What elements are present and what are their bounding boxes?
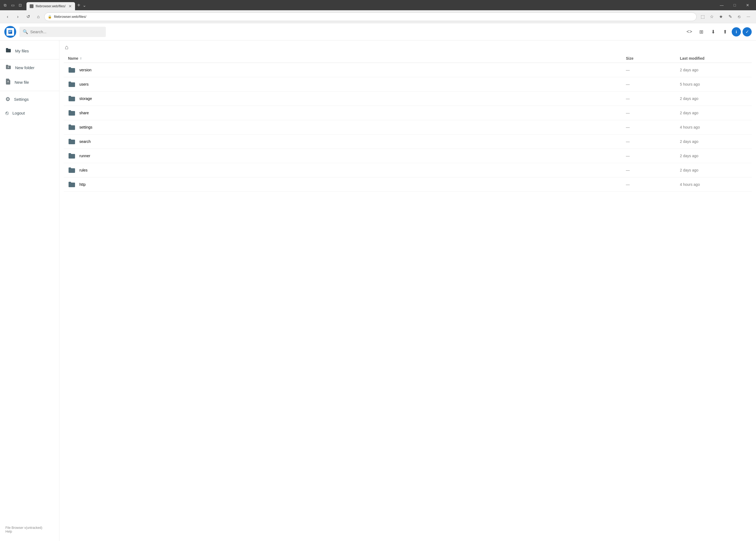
maximize-button[interactable]: □ [728,0,741,10]
active-tab[interactable]: filebrowser.web/files/ ✕ [26,2,75,10]
upload-icon: ⬆ [723,29,727,35]
grid-view-button[interactable]: ⊞ [696,27,706,37]
folder-icon [5,48,11,54]
sidebar-item-settings[interactable]: ⚙ Settings [0,92,59,106]
folder-icon [68,181,76,188]
table-row[interactable]: http — 4 hours ago [64,178,752,192]
table-row[interactable]: search — 2 days ago [64,135,752,149]
sidebar: My files + New folder + New file ⚙ Setti… [0,41,59,541]
file-name-cell: settings [68,124,626,131]
tab-menu-button[interactable]: ⌄ [83,3,86,8]
folder-icon [68,95,76,102]
file-name: rules [79,168,88,172]
file-size: — [626,139,680,144]
table-row[interactable]: users — 5 hours ago [64,77,752,92]
table-row[interactable]: storage — 2 days ago [64,92,752,106]
search-input[interactable] [30,29,103,34]
app-header: 🔍 <> ⊞ ⬇ ⬆ i ✓ [0,23,756,41]
check-icon: ✓ [745,29,749,34]
share-button[interactable]: ⎋ [735,12,744,21]
file-name: version [79,68,92,72]
file-size: — [626,182,680,187]
bookmark-button[interactable]: ☆ [707,12,716,21]
file-size: — [626,68,680,72]
folder-icon [68,153,76,159]
close-button[interactable]: ✕ [741,0,754,10]
sidebar-item-my-files[interactable]: My files [0,44,59,58]
col-header-modified[interactable]: Last modified [680,56,747,61]
lock-icon: 🔒 [48,15,52,19]
browser-back-pages-icon[interactable]: ⧉ [2,2,8,8]
header-actions: <> ⊞ ⬇ ⬆ i ✓ [684,27,752,37]
file-name-cell: version [68,67,626,73]
file-size: — [626,168,680,172]
file-name: settings [79,125,92,129]
table-row[interactable]: settings — 4 hours ago [64,120,752,135]
file-size: — [626,125,680,129]
svg-text:+: + [8,66,9,69]
back-button[interactable]: ‹ [3,12,12,21]
more-button[interactable]: ··· [744,12,753,21]
svg-text:+: + [7,80,9,83]
info-button[interactable]: i [732,27,741,36]
file-size: — [626,82,680,86]
check-button[interactable]: ✓ [742,27,752,36]
upload-button[interactable]: ⬆ [720,27,730,37]
col-header-name[interactable]: Name ↑ [68,56,626,61]
browser-home-tab-icon[interactable]: ⊡ [17,2,23,8]
search-bar[interactable]: 🔍 [19,27,106,37]
table-row[interactable]: share — 2 days ago [64,106,752,120]
file-name: search [79,139,91,144]
file-name: users [79,82,89,86]
sidebar-item-new-file[interactable]: + New file [0,75,59,90]
bookmarks-button[interactable]: ★ [717,12,725,21]
browser-side-panel-icon[interactable]: ▭ [10,2,16,8]
help-link[interactable]: Help [5,530,54,533]
breadcrumb: ⌂ [64,41,752,54]
address-bar[interactable]: 🔒 filebrowser.web/files/ [44,12,697,21]
table-row[interactable]: version — 2 days ago [64,63,752,77]
forward-button[interactable]: › [14,12,22,21]
table-row[interactable]: rules — 2 days ago [64,163,752,178]
sidebar-label-new-folder: New folder [15,65,35,70]
code-icon: <> [686,29,692,35]
app-logo[interactable] [4,26,16,38]
file-modified: 2 days ago [680,96,747,101]
new-tab-button[interactable]: + [77,2,81,8]
settings-icon: ⚙ [5,96,10,102]
download-button[interactable]: ⬇ [708,27,718,37]
tab-favicon [30,4,34,8]
file-name-cell: share [68,110,626,116]
file-name-cell: http [68,181,626,188]
file-name: runner [79,154,90,158]
file-modified: 2 days ago [680,168,747,172]
url-text: filebrowser.web/files/ [54,15,86,19]
file-name-cell: users [68,81,626,88]
name-column-label: Name [68,56,78,61]
file-rows-container: version — 2 days ago users — 5 hours ago… [64,63,752,192]
code-view-button[interactable]: <> [684,27,694,37]
home-breadcrumb-icon[interactable]: ⌂ [65,44,68,51]
file-modified: 2 days ago [680,68,747,72]
file-name-cell: search [68,138,626,145]
sidebar-label-new-file: New file [15,80,29,85]
sidebar-divider-2 [0,91,59,91]
home-button[interactable]: ⌂ [34,12,43,21]
sidebar-item-new-folder[interactable]: + New folder [0,61,59,75]
version-text: File Browser v(untracked) [5,526,54,530]
table-row[interactable]: runner — 2 days ago [64,149,752,163]
col-header-size[interactable]: Size [626,56,680,61]
refresh-button[interactable]: ↺ [24,12,32,21]
minimize-button[interactable]: — [715,0,728,10]
file-list: ⌂ Name ↑ Size Last modified version — 2 … [59,41,756,541]
logo-icon [8,29,13,34]
file-name-cell: storage [68,95,626,102]
file-name-cell: rules [68,167,626,174]
sidebar-item-logout[interactable]: ⎋ Logout [0,106,59,120]
pen-button[interactable]: ✎ [726,12,734,21]
tab-close-button[interactable]: ✕ [69,4,72,8]
reader-view-button[interactable]: ⬚ [698,12,707,21]
file-name-cell: runner [68,153,626,159]
file-size: — [626,111,680,115]
folder-icon [68,110,76,116]
